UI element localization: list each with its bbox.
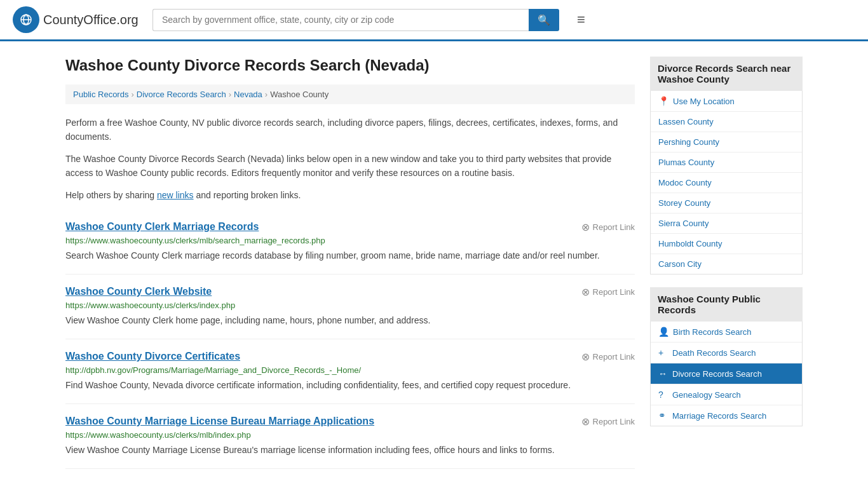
record-type-icon: ⚭ <box>658 410 668 421</box>
breadcrumb-public-records[interactable]: Public Records <box>73 90 128 99</box>
nearby-county-link[interactable]: Carson City <box>651 254 802 274</box>
nearby-list-item: Lassen County <box>651 112 802 132</box>
public-records-section: Washoe County Public Records 👤Birth Reco… <box>650 287 803 426</box>
nearby-section: Divorce Records Search near Washoe Count… <box>650 57 803 274</box>
main-content: Washoe County Divorce Records Search (Ne… <box>53 41 815 484</box>
record-description: Search Washoe County Clerk marriage reco… <box>65 249 635 262</box>
record-item: Washoe County Divorce Certificates ⊗ Rep… <box>65 339 635 404</box>
public-records-link[interactable]: 👤Birth Records Search <box>651 322 802 342</box>
description-para3: Help others by sharing new links and rep… <box>65 188 635 202</box>
sidebar: Divorce Records Search near Washoe Count… <box>650 57 803 469</box>
nearby-county-link[interactable]: Lassen County <box>651 112 802 132</box>
location-icon: 📍 <box>658 96 669 106</box>
record-title-row: Washoe County Divorce Certificates ⊗ Rep… <box>65 351 635 363</box>
record-description: View Washoe County Marriage License Bure… <box>65 444 635 457</box>
report-icon: ⊗ <box>581 416 590 428</box>
record-type-icon: ↔ <box>658 369 668 379</box>
public-records-list-item: 👤Birth Records Search <box>651 322 802 342</box>
report-icon: ⊗ <box>581 221 590 233</box>
description-para2: The Washoe County Divorce Records Search… <box>65 152 635 180</box>
content-area: Washoe County Divorce Records Search (Ne… <box>65 57 635 469</box>
public-records-list-item: ⚭Marriage Records Search <box>651 405 802 426</box>
record-item: Washoe County Clerk Website ⊗ Report Lin… <box>65 274 635 339</box>
report-link[interactable]: ⊗ Report Link <box>581 416 635 428</box>
nearby-list-item: Pershing County <box>651 132 802 152</box>
breadcrumb-nevada[interactable]: Nevada <box>234 90 262 99</box>
public-records-link[interactable]: ↔Divorce Records Search <box>651 363 802 384</box>
breadcrumb-current: Washoe County <box>270 90 329 99</box>
nearby-county-link[interactable]: Storey County <box>651 193 802 213</box>
report-icon: ⊗ <box>581 351 590 363</box>
record-title-row: Washoe County Marriage License Bureau Ma… <box>65 416 635 428</box>
public-records-list-item: +Death Records Search <box>651 342 802 363</box>
report-link[interactable]: ⊗ Report Link <box>581 351 635 363</box>
record-title-row: Washoe County Clerk Marriage Records ⊗ R… <box>65 221 635 233</box>
record-title-link[interactable]: Washoe County Clerk Website <box>65 286 212 297</box>
logo-icon <box>13 6 39 33</box>
search-bar: 🔍 <box>153 9 559 31</box>
nearby-list-item: Plumas County <box>651 152 802 173</box>
use-my-location-link[interactable]: 📍Use My Location <box>651 91 802 111</box>
record-url[interactable]: https://www.washoecounty.us/clerks/mlb/s… <box>65 236 635 245</box>
nearby-list-item: Carson City <box>651 254 802 274</box>
new-links-link[interactable]: new links <box>157 190 194 200</box>
public-records-header: Washoe County Public Records <box>650 287 803 322</box>
record-item: Washoe County Marriage License Bureau Ma… <box>65 404 635 469</box>
report-icon: ⊗ <box>581 286 590 298</box>
record-item: Washoe County Clerk Marriage Records ⊗ R… <box>65 210 635 274</box>
record-description: View Washoe County Clerk home page, incl… <box>65 314 635 327</box>
hamburger-button[interactable]: ≡ <box>572 9 590 30</box>
record-description: Find Washoe County, Nevada divorce certi… <box>65 379 635 392</box>
nearby-list-item: Sierra County <box>651 214 802 234</box>
breadcrumb-sep-1: › <box>131 90 133 99</box>
nearby-county-link[interactable]: Plumas County <box>651 152 802 172</box>
record-title-link[interactable]: Washoe County Marriage License Bureau Ma… <box>65 416 374 427</box>
nearby-list-item: Storey County <box>651 193 802 214</box>
logo-text: CountyOffice.org <box>43 13 139 27</box>
public-records-link[interactable]: ?Genealogy Search <box>651 384 802 405</box>
nearby-county-link[interactable]: Sierra County <box>651 214 802 233</box>
breadcrumb: Public Records › Divorce Records Search … <box>65 85 635 104</box>
record-url[interactable]: http://dpbh.nv.gov/Programs/Marriage/Mar… <box>65 365 635 375</box>
report-link-label: Report Link <box>593 352 635 362</box>
record-title-link[interactable]: Washoe County Clerk Marriage Records <box>65 221 259 233</box>
record-type-icon: ? <box>658 390 668 400</box>
search-input[interactable] <box>153 9 529 31</box>
nearby-list-item: Humboldt County <box>651 234 802 254</box>
breadcrumb-sep-3: › <box>265 90 268 99</box>
record-url[interactable]: https://www.washoecounty.us/clerks/mlb/i… <box>65 430 635 440</box>
nearby-header: Divorce Records Search near Washoe Count… <box>650 57 803 91</box>
logo-area: CountyOffice.org <box>13 6 140 33</box>
header: CountyOffice.org 🔍 ≡ <box>0 0 868 41</box>
record-type-icon: 👤 <box>658 327 669 337</box>
nearby-county-link[interactable]: Pershing County <box>651 132 802 152</box>
record-list: Washoe County Clerk Marriage Records ⊗ R… <box>65 210 635 469</box>
public-records-list-item: ↔Divorce Records Search <box>651 363 802 384</box>
public-records-list-item: ?Genealogy Search <box>651 384 802 405</box>
public-records-link[interactable]: ⚭Marriage Records Search <box>651 405 802 426</box>
nearby-county-link[interactable]: Modoc County <box>651 173 802 193</box>
report-link[interactable]: ⊗ Report Link <box>581 286 635 298</box>
nearby-county-link[interactable]: Humboldt County <box>651 234 802 254</box>
nearby-list: 📍Use My LocationLassen CountyPershing Co… <box>650 91 803 274</box>
description-para1: Perform a free Washoe County, NV public … <box>65 116 635 144</box>
breadcrumb-divorce-records[interactable]: Divorce Records Search <box>137 90 226 99</box>
public-records-list: 👤Birth Records Search+Death Records Sear… <box>650 322 803 426</box>
report-link[interactable]: ⊗ Report Link <box>581 221 635 233</box>
report-link-label: Report Link <box>593 287 635 297</box>
record-title-row: Washoe County Clerk Website ⊗ Report Lin… <box>65 286 635 298</box>
nearby-list-item: Modoc County <box>651 173 802 193</box>
search-button[interactable]: 🔍 <box>529 9 559 31</box>
breadcrumb-sep-2: › <box>229 90 231 99</box>
report-link-label: Report Link <box>593 417 635 426</box>
public-records-link[interactable]: +Death Records Search <box>651 342 802 363</box>
page-title: Washoe County Divorce Records Search (Ne… <box>65 57 635 74</box>
report-link-label: Report Link <box>593 222 635 232</box>
nearby-list-item: 📍Use My Location <box>651 91 802 112</box>
record-type-icon: + <box>658 348 668 358</box>
record-url[interactable]: https://www.washoecounty.us/clerks/index… <box>65 301 635 310</box>
record-title-link[interactable]: Washoe County Divorce Certificates <box>65 351 240 362</box>
